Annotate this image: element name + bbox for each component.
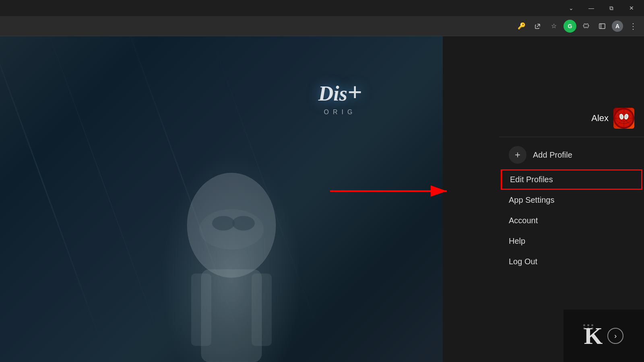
- add-profile-label: Add Profile: [533, 150, 572, 160]
- bottom-right-overlay: K ›: [564, 310, 644, 362]
- disney-logo-text: Dis+: [318, 77, 362, 107]
- add-profile-icon: +: [509, 146, 526, 164]
- annotation-arrow: [330, 183, 455, 199]
- log-out-item[interactable]: Log Out: [499, 251, 644, 272]
- background-scene: Dis+ ORIG: [0, 36, 443, 362]
- dropdown-panel: Alex: [499, 96, 644, 305]
- account-item[interactable]: Account: [499, 210, 644, 231]
- browser-menu-icon[interactable]: ⋮: [626, 20, 639, 33]
- help-item[interactable]: Help: [499, 231, 644, 251]
- edit-profiles-label: Edit Profiles: [510, 175, 553, 184]
- svg-point-5: [232, 216, 255, 230]
- k-logo-letter: K: [584, 323, 603, 349]
- svg-point-3: [199, 209, 264, 249]
- extension-green-icon[interactable]: G: [564, 20, 576, 33]
- svg-rect-8: [252, 274, 272, 346]
- next-button[interactable]: ›: [607, 328, 623, 344]
- app-settings-item[interactable]: App Settings: [499, 190, 644, 210]
- minimize-btn[interactable]: —: [582, 2, 601, 14]
- spiderman-avatar-svg: [613, 108, 634, 129]
- browser-titlebar: ⌄ — ⧉ ✕: [0, 0, 644, 16]
- svg-rect-0: [599, 24, 605, 29]
- add-profile-item[interactable]: + Add Profile: [499, 140, 644, 169]
- svg-rect-7: [191, 274, 211, 346]
- profile-name: Alex: [591, 113, 609, 123]
- log-out-label: Log Out: [509, 257, 537, 266]
- profile-header: Alex: [499, 104, 644, 137]
- disney-logo-area: Dis+ ORIG: [290, 56, 390, 137]
- main-content: Dis+ ORIG Alex: [0, 36, 644, 362]
- originals-text: ORIG: [324, 109, 357, 116]
- k-logo-container: K: [584, 322, 603, 350]
- app-settings-label: App Settings: [509, 195, 554, 205]
- bg-line-1: [0, 36, 103, 347]
- account-label: Account: [509, 216, 538, 225]
- key-icon[interactable]: 🔑: [515, 20, 528, 33]
- chevron-down-btn[interactable]: ⌄: [562, 2, 580, 14]
- browser-toolbar: 🔑 ☆ G A ⋮: [0, 16, 644, 36]
- bookmark-icon[interactable]: ☆: [547, 20, 560, 33]
- stormtrooper-svg: [161, 153, 302, 362]
- stormtrooper-scene: [161, 153, 302, 362]
- share-icon[interactable]: [531, 20, 544, 33]
- close-btn[interactable]: ✕: [622, 2, 641, 14]
- sidebar-icon[interactable]: [596, 20, 609, 33]
- bg-line-2: [39, 36, 163, 347]
- edit-profiles-item[interactable]: Edit Profiles: [501, 169, 642, 190]
- extensions-icon[interactable]: [580, 20, 592, 33]
- help-label: Help: [509, 237, 525, 246]
- svg-point-4: [212, 216, 235, 230]
- restore-btn[interactable]: ⧉: [602, 2, 621, 14]
- profile-avatar[interactable]: [613, 108, 634, 129]
- user-profile-icon[interactable]: A: [612, 21, 623, 32]
